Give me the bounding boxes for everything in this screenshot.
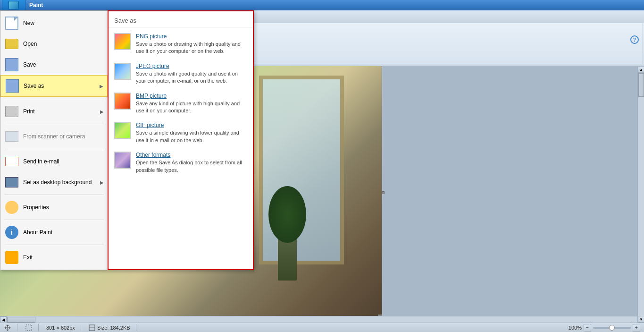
gif-desc: Save a simple drawing with lower quality… [136,129,247,144]
submenu-item-bmp[interactable]: BMP picture Save any kind of picture wit… [109,89,253,119]
properties-icon [4,200,19,215]
scroll-thumb-v[interactable] [638,73,644,97]
zoom-in-btn[interactable]: + [633,324,640,332]
zoom-out-btn[interactable]: − [584,324,591,332]
saveas-submenu: Save as PNG picture Save a photo or draw… [108,10,254,270]
jpeg-desc: Save a photo with good quality and use i… [136,70,247,85]
submenu-item-jpeg[interactable]: JPEG picture Save a photo with good qual… [109,59,253,89]
desktop-arrow: ▶ [100,180,104,185]
separator-4 [4,195,104,195]
jpeg-icon [114,63,131,80]
separator-3 [4,149,104,149]
saveas-icon [5,78,20,94]
save-label: Save [23,61,104,68]
jpeg-text: JPEG picture Save a photo with good qual… [136,63,247,85]
menu-item-exit[interactable]: Exit [0,247,108,268]
horizontal-scrollbar[interactable]: ◀ [0,316,637,323]
save-icon [4,57,19,72]
about-label: About Paint [23,229,104,236]
submenu-item-gif[interactable]: GIF picture Save a simple drawing with l… [109,118,253,148]
submenu-item-png[interactable]: PNG picture Save a photo or drawing with… [109,29,253,59]
left-menu: New Open Save Save as [0,10,108,270]
jpeg-title: JPEG picture [136,63,247,69]
title-bar: Paint [0,0,644,10]
other-icon [114,152,131,169]
size-text: Size: 184,2KB [97,325,130,331]
bmp-text: BMP picture Save any kind of picture wit… [136,93,247,115]
print-arrow: ▶ [100,109,104,114]
new-icon [4,16,19,31]
desktop-icon [4,175,19,190]
select-icon [25,324,33,332]
separator-1 [4,99,104,99]
submenu-header: Save as [109,13,253,27]
open-label: Open [23,41,104,47]
scroll-thumb-h[interactable] [7,317,35,323]
svg-rect-2 [26,325,32,331]
new-label: New [23,20,104,26]
move-icon [4,324,11,332]
title-text: Paint [29,2,43,9]
zoom-controls: 100% − + [569,324,640,332]
separator-6 [4,245,104,245]
email-icon [4,154,19,169]
zoom-thumb[interactable] [609,325,615,331]
status-size: Size: 184,2KB [89,324,136,331]
scroll-left-btn[interactable]: ◀ [0,316,7,323]
submenu-item-other[interactable]: Other formats Open the Save As dialog bo… [109,148,253,178]
menu-item-scanner[interactable]: From scanner or camera [0,126,108,147]
menu-item-email[interactable]: Send in e-mail [0,151,108,172]
desktop-label: Set as desktop background [23,179,100,186]
status-bar: 801 × 602px Size: 184,2KB 100% − + [0,323,644,332]
gif-text: GIF picture Save a simple drawing with l… [136,122,247,144]
menu-item-save[interactable]: Save [0,54,108,75]
properties-label: Properties [23,204,104,211]
bmp-title: BMP picture [136,93,247,99]
about-icon: i [4,225,19,240]
status-move [4,324,17,332]
menu-item-properties[interactable]: Properties [0,197,108,218]
menu-item-desktop[interactable]: Set as desktop background ▶ [0,172,108,193]
other-title: Other formats [136,152,247,158]
menu-item-print[interactable]: Print ▶ [0,101,108,122]
print-icon [4,104,19,119]
open-icon [4,36,19,51]
gif-icon [114,122,131,139]
scanner-label: From scanner or camera [23,133,104,140]
scroll-up-btn[interactable]: ▲ [638,66,644,73]
scroll-down-btn[interactable]: ▼ [638,316,644,323]
exit-label: Exit [23,254,104,261]
png-desc: Save a photo or drawing with high qualit… [136,41,247,55]
canvas-midpoint-handle[interactable] [382,191,385,194]
other-desc: Open the Save As dialog box to select fr… [136,159,247,174]
status-dimensions: 801 × 602px [46,325,81,331]
saveas-arrow: ▶ [100,84,103,89]
status-select [25,324,39,332]
png-text: PNG picture Save a photo or drawing with… [136,33,247,55]
other-text: Other formats Open the Save As dialog bo… [136,152,247,174]
zoom-text: 100% [569,325,582,331]
png-title: PNG picture [136,33,247,40]
vertical-scrollbar[interactable]: ▲ ▼ [637,66,644,323]
bmp-icon [114,93,131,110]
size-icon [89,324,95,331]
separator-2 [4,124,104,124]
exit-icon [4,250,19,265]
print-label: Print [23,108,100,115]
png-icon [114,33,131,50]
saveas-label: Save as [24,83,100,89]
menu-item-new[interactable]: New [0,13,108,34]
dimensions-text: 801 × 602px [46,325,75,331]
gif-title: GIF picture [136,122,247,128]
paint-logo-icon [8,1,19,9]
menu-item-open[interactable]: Open [0,34,108,54]
bmp-desc: Save any kind of picture with high quali… [136,100,247,115]
zoom-slider[interactable] [593,325,631,331]
separator-5 [4,220,104,220]
menu-item-about[interactable]: i About Paint [0,222,108,243]
scanner-icon [4,129,19,144]
paint-menu-overlay: New Open Save Save as [0,10,254,270]
help-icon[interactable]: ? [630,35,639,44]
menu-item-saveas[interactable]: Save as ▶ [0,75,108,97]
paint-menu-button[interactable] [2,0,25,11]
